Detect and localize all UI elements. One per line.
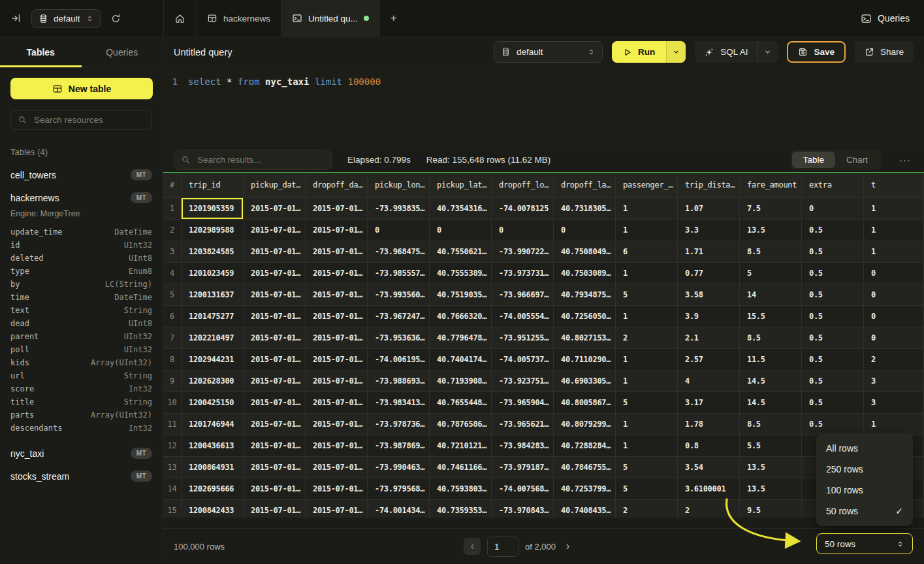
- table-cell[interactable]: 2015-07-01…: [306, 414, 368, 435]
- table-cell[interactable]: 40.8079299…: [554, 414, 616, 435]
- table-cell[interactable]: 2: [616, 500, 678, 518]
- table-cell[interactable]: 40.7876586…: [430, 414, 492, 435]
- table-cell[interactable]: 0.5: [802, 306, 864, 327]
- table-cell[interactable]: -73.984283…: [492, 435, 554, 457]
- sidebar-tab-tables[interactable]: Tables: [0, 37, 82, 67]
- table-cell[interactable]: 1: [616, 306, 678, 327]
- table-cell[interactable]: 1201023459: [182, 263, 244, 284]
- table-cell[interactable]: 2015-07-01…: [306, 306, 368, 327]
- table-cell[interactable]: -74.005554…: [492, 306, 554, 327]
- table-cell[interactable]: 2: [864, 349, 924, 371]
- table-cell[interactable]: 6: [616, 241, 678, 263]
- table-cell[interactable]: -73.965904…: [492, 392, 554, 414]
- table-cell[interactable]: 13.5: [740, 457, 802, 478]
- table-cell[interactable]: 0.5: [802, 284, 864, 306]
- page-size-option[interactable]: 250 rows: [816, 459, 913, 480]
- table-cell[interactable]: 1: [616, 220, 678, 241]
- table-cell[interactable]: 5: [616, 392, 678, 414]
- table-cell[interactable]: -73.953636…: [368, 327, 430, 349]
- table-cell[interactable]: 2015-07-01…: [244, 478, 306, 500]
- table-cell[interactable]: 2: [678, 500, 740, 518]
- table-cell[interactable]: 9.5: [740, 500, 802, 518]
- table-cell[interactable]: 2015-07-01…: [244, 500, 306, 518]
- table-cell[interactable]: -74.0078125: [492, 198, 554, 220]
- table-cell[interactable]: -73.987869…: [368, 435, 430, 457]
- sidebar-item-nyc-taxi[interactable]: nyc_taxi MT: [0, 442, 163, 465]
- table-cell[interactable]: 5.5: [740, 435, 802, 457]
- table-cell[interactable]: 2015-07-01…: [244, 306, 306, 327]
- table-cell[interactable]: -73.967247…: [368, 306, 430, 327]
- database-selector[interactable]: default: [31, 9, 101, 28]
- results-search-input[interactable]: [196, 154, 313, 165]
- table-cell[interactable]: -74.005737…: [492, 349, 554, 371]
- table-cell[interactable]: 40.8005867…: [554, 392, 616, 414]
- results-search[interactable]: [174, 150, 332, 170]
- table-cell[interactable]: -73.965621…: [492, 414, 554, 435]
- column-header[interactable]: fare_amount: [740, 173, 802, 198]
- table-cell[interactable]: -73.990463…: [368, 457, 430, 478]
- column-header[interactable]: t: [864, 173, 924, 198]
- schema-column-row[interactable]: kidsArray(UInt32): [0, 357, 163, 370]
- table-cell[interactable]: -73.968475…: [368, 241, 430, 263]
- table-cell[interactable]: 1200864931: [182, 457, 244, 478]
- table-cell[interactable]: 2015-07-01…: [306, 349, 368, 371]
- row-number[interactable]: 6: [163, 306, 182, 327]
- table-cell[interactable]: -73.973731…: [492, 263, 554, 284]
- tab-home[interactable]: [164, 0, 197, 37]
- table-cell[interactable]: 5: [616, 284, 678, 306]
- queries-shortcut[interactable]: Queries: [846, 0, 924, 37]
- table-cell[interactable]: 40.7253799…: [554, 478, 616, 500]
- table-cell[interactable]: 3: [864, 392, 924, 414]
- table-cell[interactable]: 40.7404174…: [430, 349, 492, 371]
- table-cell[interactable]: 2015-07-01…: [244, 349, 306, 371]
- table-cell[interactable]: 2.1: [678, 327, 740, 349]
- schema-column-row[interactable]: parentUInt32: [0, 331, 163, 344]
- table-cell[interactable]: 40.7846755…: [554, 457, 616, 478]
- table-cell[interactable]: 14: [740, 284, 802, 306]
- table-cell[interactable]: 40.7256050…: [554, 306, 616, 327]
- table-cell[interactable]: 5: [616, 457, 678, 478]
- new-tab-button[interactable]: +: [380, 0, 407, 37]
- run-button[interactable]: Run: [612, 41, 666, 63]
- table-cell[interactable]: 40.6903305…: [554, 371, 616, 392]
- table-cell[interactable]: 1200436613: [182, 435, 244, 457]
- table-cell[interactable]: 1.78: [678, 414, 740, 435]
- table-cell[interactable]: 1202944231: [182, 349, 244, 371]
- table-cell[interactable]: 2: [616, 327, 678, 349]
- sql-editor[interactable]: 1 select * from nyc_taxi limit 100000: [163, 67, 924, 147]
- page-size-option[interactable]: All rows: [816, 438, 913, 459]
- code-line[interactable]: select * from nyc_taxi limit 100000: [188, 75, 381, 89]
- table-cell[interactable]: 2015-07-01…: [244, 241, 306, 263]
- row-number[interactable]: 12: [163, 435, 182, 457]
- table-cell[interactable]: 40.7354316…: [430, 198, 492, 220]
- schema-column-row[interactable]: timeDateTime: [0, 291, 163, 305]
- row-number[interactable]: 13: [163, 457, 182, 478]
- schema-column-row[interactable]: partsArray(UInt32): [0, 409, 163, 422]
- table-cell[interactable]: 3.58: [678, 284, 740, 306]
- save-button[interactable]: Save: [787, 41, 846, 63]
- table-cell[interactable]: 2015-07-01…: [244, 371, 306, 392]
- column-header[interactable]: dropoff_la…: [554, 173, 616, 198]
- row-number[interactable]: 11: [163, 414, 182, 435]
- table-cell[interactable]: -73.951255…: [492, 327, 554, 349]
- table-cell[interactable]: -74.001434…: [368, 500, 430, 518]
- column-header[interactable]: pickup_lon…: [368, 173, 430, 198]
- table-cell[interactable]: 2015-07-01…: [244, 220, 306, 241]
- column-header[interactable]: dropoff_da…: [306, 173, 368, 198]
- sidebar-search-input[interactable]: [33, 114, 137, 125]
- row-number[interactable]: 10: [163, 392, 182, 414]
- table-cell[interactable]: 5: [740, 263, 802, 284]
- table-cell[interactable]: 40.7110290…: [554, 349, 616, 371]
- table-cell[interactable]: 1: [616, 198, 678, 220]
- share-button[interactable]: Share: [855, 41, 914, 63]
- table-cell[interactable]: 40.7550621…: [430, 241, 492, 263]
- table-cell[interactable]: 3: [864, 371, 924, 392]
- schema-column-row[interactable]: byLC(String): [0, 278, 163, 291]
- table-cell[interactable]: 1201746944: [182, 414, 244, 435]
- table-cell[interactable]: 0.5: [802, 392, 864, 414]
- table-cell[interactable]: 2015-07-01…: [306, 327, 368, 349]
- table-cell[interactable]: 2015-07-01…: [306, 457, 368, 478]
- schema-column-row[interactable]: scoreInt32: [0, 383, 163, 396]
- table-cell[interactable]: -73.970843…: [492, 500, 554, 518]
- page-size-select[interactable]: 50 rows: [816, 533, 913, 554]
